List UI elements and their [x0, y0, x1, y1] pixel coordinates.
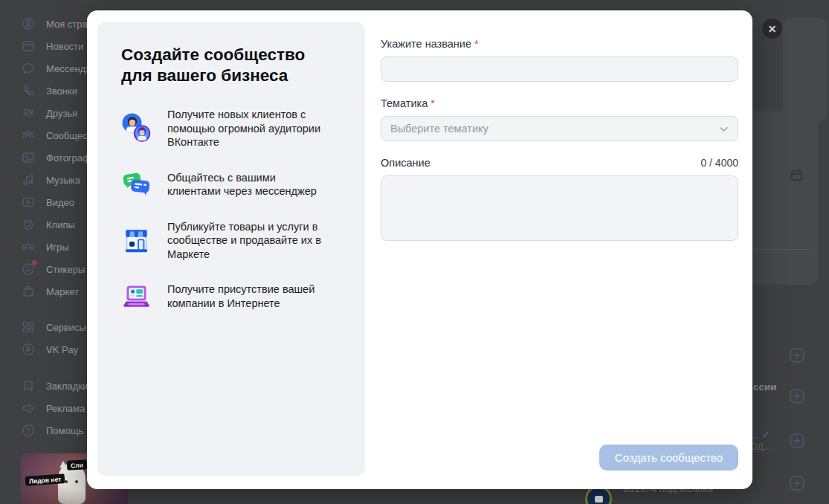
verified-check-icon: ✓ [762, 429, 770, 440]
user-circle-icon [21, 16, 36, 31]
community-name-fragment: ссии [753, 381, 777, 392]
benefit-item: Получите присутствие вашейкомпании в Инт… [121, 281, 343, 311]
community-row-fragment: ... ✓ [750, 429, 770, 440]
bookmark-icon [21, 378, 36, 393]
meme-caption-main: Лидов нет [25, 474, 65, 486]
required-asterisk: * [474, 38, 479, 50]
promo-title: Создайте сообществодля вашего бизнеса [121, 45, 343, 86]
laptop-website-icon [121, 281, 152, 311]
create-community-form: Укажите название * Тематика * Выберите т… [381, 10, 738, 471]
benefit-text: Получите новых клиентов спомощью огромно… [167, 108, 320, 149]
community-subtitle-fragment: ОД... [750, 442, 771, 452]
sticker-smile-icon [21, 262, 36, 277]
sidebar-item-label: Музыка [46, 175, 80, 186]
promo-panel: Создайте сообществодля вашего бизнеса По… [97, 22, 365, 476]
sidebar-item-label: Реклама [46, 403, 85, 414]
description-label: Описание [381, 157, 430, 169]
megaphone-icon [21, 401, 36, 416]
sidebar-item-label: Закладки [46, 381, 88, 392]
benefit-item: Публикуйте товары и услуги всообществе и… [121, 220, 343, 262]
gamepad-icon [21, 239, 36, 254]
calendar-icon [789, 167, 804, 183]
notification-dot [32, 260, 37, 265]
char-counter: 0 / 4000 [700, 157, 738, 169]
description-label-text: Описание [381, 157, 430, 169]
phone-icon [21, 83, 36, 98]
community-name-input[interactable] [381, 56, 738, 82]
required-asterisk: * [430, 97, 435, 109]
name-label: Укажите название * [381, 38, 738, 50]
follow-plus-button[interactable] [788, 346, 806, 364]
follow-plus-button[interactable] [788, 432, 806, 450]
vk-page-overlay: Моя страницаНовостиМессенджерЗвонкиДрузь… [0, 0, 829, 504]
sidebar-item-label: Сервисы [46, 322, 86, 333]
description-label-row: Описание 0 / 4000 [381, 157, 738, 169]
chevron-down-icon [717, 123, 730, 135]
create-community-button[interactable]: Создать сообщество [599, 445, 738, 471]
messenger-bubbles-icon [121, 169, 152, 200]
topic-select[interactable]: Выберите тематику [381, 116, 738, 141]
vk-pay-icon: ₽ [21, 342, 36, 357]
sidebar-item-label: Помощь [46, 425, 83, 436]
topic-label-text: Тематика [381, 97, 428, 109]
sidebar-item-label: Клипы [46, 219, 75, 230]
storefront-icon [121, 225, 152, 256]
audience-avatars-icon [121, 113, 152, 143]
sidebar-item-label: Игры [46, 242, 69, 253]
svg-text:?: ? [26, 427, 30, 434]
topic-label: Тематика * [381, 97, 738, 109]
photo-icon [21, 150, 36, 165]
two-users-icon [21, 106, 36, 120]
services-grid-icon [21, 320, 36, 335]
description-textarea[interactable] [381, 175, 738, 241]
benefit-text: Публикуйте товары и услуги всообществе и… [167, 220, 321, 262]
users-group-icon [21, 128, 36, 143]
topic-placeholder: Выберите тематику [390, 123, 488, 135]
benefit-text: Получите присутствие вашейкомпании в Инт… [167, 282, 314, 310]
sidebar-item-label: VK Pay [46, 344, 78, 355]
sidebar-item-label: Стикеры [46, 264, 85, 275]
follow-plus-button[interactable] [788, 387, 806, 405]
svg-text:₽: ₽ [26, 346, 30, 353]
music-note-icon [21, 172, 36, 187]
meme-caption-top: Сли [67, 459, 87, 470]
shopping-bag-icon [21, 284, 36, 299]
benefit-text: Общайтесь с вашимиклиентами через мессен… [167, 171, 317, 198]
sidebar-item-label: Видео [46, 197, 74, 208]
benefit-item: Общайтесь с вашимиклиентами через мессен… [121, 169, 343, 200]
video-player-icon [21, 195, 36, 210]
sidebar-item-label: Новости [46, 41, 83, 52]
benefits-list: Получите новых клиентов спомощью огромно… [121, 108, 343, 311]
promo-title-line: для вашего бизнеса [121, 65, 343, 86]
clips-icon [21, 217, 36, 232]
close-icon[interactable]: ✕ [762, 19, 782, 39]
chat-bubble-icon [21, 61, 36, 76]
background-card [783, 18, 828, 122]
divider [747, 249, 812, 250]
promo-title-line: Создайте сообщество [121, 45, 343, 65]
create-community-modal: Создайте сообществодля вашего бизнеса По… [87, 10, 752, 489]
follow-plus-button[interactable] [788, 474, 806, 492]
sidebar-item-label: Маркет [46, 286, 79, 297]
sidebar-item-label: Звонки [46, 85, 77, 97]
sidebar-item-label: Друзья [46, 108, 77, 119]
newspaper-icon [21, 39, 36, 54]
name-label-text: Укажите название [381, 38, 471, 50]
question-circle-icon: ? [21, 423, 36, 438]
benefit-item: Получите новых клиентов спомощью огромно… [121, 108, 343, 149]
background-card [747, 112, 818, 285]
